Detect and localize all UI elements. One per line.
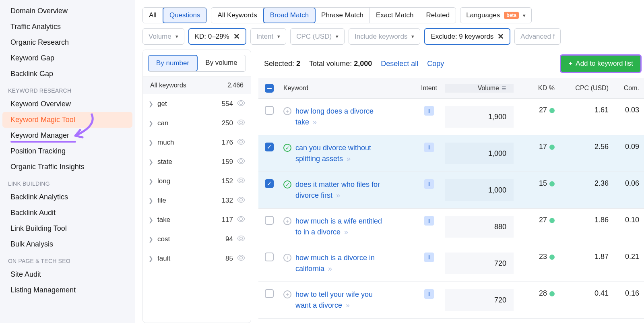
eye-icon[interactable]: [237, 100, 245, 106]
row-checkbox[interactable]: [265, 253, 274, 261]
keyword-link[interactable]: how much is a divorce in california »: [295, 253, 384, 274]
sidebar-item[interactable]: Keyword Magic Tool: [2, 112, 132, 128]
filter-chip[interactable]: Broad Match: [263, 7, 316, 23]
close-icon[interactable]: ✕: [233, 32, 240, 41]
filter-chip[interactable]: Related: [420, 8, 456, 23]
filter-languages[interactable]: Languages beta ▾: [460, 7, 532, 23]
sidebar-item[interactable]: Site Audit: [2, 267, 132, 282]
keyword-link[interactable]: can you divorce without splitting assets…: [295, 143, 384, 164]
keyword-link[interactable]: how to tell your wife you want a divorce…: [295, 289, 384, 311]
plus-circle-icon[interactable]: +: [283, 290, 291, 298]
chevron-right-icon: ❯: [149, 139, 153, 146]
filter-chip[interactable]: All Keywords: [211, 8, 263, 23]
group-item[interactable]: ❯can250: [143, 114, 251, 133]
copy-button[interactable]: Copy: [427, 60, 444, 68]
group-item[interactable]: ❯long152: [143, 172, 251, 191]
toggle-by-number[interactable]: By number: [148, 55, 198, 72]
filter-chip[interactable]: Volume▾: [142, 28, 184, 45]
select-all-checkbox[interactable]: [265, 84, 274, 93]
total-volume: Total volume: 2,000: [309, 60, 372, 68]
row-checkbox[interactable]: ✓: [265, 179, 274, 188]
eye-icon[interactable]: [237, 236, 245, 241]
keyword-link[interactable]: how much is a wife entitled to in a divo…: [295, 216, 384, 238]
filter-chip[interactable]: All: [143, 8, 163, 23]
table-row: +how much is a divorce in california »I7…: [258, 245, 644, 282]
col-intent[interactable]: Intent: [413, 85, 445, 92]
sidebar-item[interactable]: Traffic Analytics: [2, 19, 132, 35]
row-checkbox[interactable]: ✓: [265, 143, 274, 151]
deselect-all-button[interactable]: Deselect all: [381, 60, 418, 68]
group-item[interactable]: ❯take117: [143, 210, 251, 230]
chevron-right-icon: ❯: [149, 101, 153, 107]
volume-cell: 880: [445, 216, 514, 238]
plus-circle-icon[interactable]: +: [283, 107, 291, 115]
group-item[interactable]: ❯cost94: [143, 230, 251, 249]
results-header: Selected: 2 Total volume: 2,000 Deselect…: [258, 50, 644, 78]
row-checkbox[interactable]: [265, 216, 274, 225]
keyword-link[interactable]: does it matter who files for divorce fir…: [295, 179, 384, 201]
chevron-right-icon: ❯: [149, 236, 153, 242]
filter-chip[interactable]: Phrase Match: [315, 8, 370, 23]
check-circle-icon[interactable]: ✓: [283, 180, 291, 188]
col-cpc[interactable]: CPC (USD): [562, 85, 614, 92]
chevron-right-icon: ❯: [149, 120, 153, 126]
row-checkbox[interactable]: [265, 106, 274, 115]
filter-chip[interactable]: Advanced f: [514, 28, 561, 45]
table-row: ✓✓can you divorce without splitting asse…: [258, 135, 644, 172]
filter-chip[interactable]: Exclude: 9 keywords✕: [424, 28, 510, 45]
sidebar-item[interactable]: Organic Traffic Insights: [2, 159, 132, 175]
eye-icon[interactable]: [237, 216, 245, 222]
filter-chip[interactable]: CPC (USD)▾: [290, 28, 345, 45]
filter-chip[interactable]: KD: 0–29%✕: [188, 28, 246, 45]
sidebar-item[interactable]: Keyword Overview: [2, 96, 132, 112]
eye-icon[interactable]: [237, 197, 245, 203]
keyword-link[interactable]: how long does a divorce take »: [295, 106, 384, 128]
filter-chip[interactable]: Intent▾: [250, 28, 287, 45]
eye-icon[interactable]: [237, 139, 245, 145]
sidebar-item[interactable]: Bulk Analysis: [2, 236, 132, 252]
sidebar-item[interactable]: Listing Management: [2, 282, 132, 298]
row-checkbox[interactable]: [265, 289, 274, 298]
sidebar-item[interactable]: Link Building Tool: [2, 221, 132, 236]
add-to-keyword-list-button[interactable]: + Add to keyword list: [560, 54, 642, 73]
plus-circle-icon[interactable]: +: [283, 254, 291, 262]
groups-header-label: All keywords: [150, 82, 186, 89]
eye-icon[interactable]: [237, 178, 245, 183]
filter-chip[interactable]: Exact Match: [370, 8, 420, 23]
group-item[interactable]: ❯file132: [143, 191, 251, 210]
plus-circle-icon[interactable]: +: [283, 217, 291, 225]
sidebar-item[interactable]: Backlink Analytics: [2, 189, 132, 205]
com-cell: 0.06: [614, 179, 644, 188]
filter-chip[interactable]: Questions: [163, 7, 207, 23]
groups-list[interactable]: ❯get554❯can250❯much176❯state159❯long152❯…: [143, 94, 251, 323]
kd-cell: 23: [514, 253, 562, 261]
sidebar-item[interactable]: Domain Overview: [2, 3, 132, 19]
sidebar-item[interactable]: Backlink Gap: [2, 66, 132, 82]
col-keyword[interactable]: Keyword: [281, 85, 413, 92]
group-item[interactable]: ❯state159: [143, 152, 251, 172]
col-kd[interactable]: KD %: [514, 85, 562, 92]
sidebar-item[interactable]: Keyword Manager: [2, 128, 132, 143]
group-item[interactable]: ❯much176: [143, 133, 251, 152]
sidebar-item[interactable]: Position Tracking: [2, 143, 132, 159]
cpc-cell: 0.41: [562, 289, 614, 298]
filter-group-questions: AllQuestions: [142, 7, 207, 23]
eye-icon[interactable]: [237, 255, 245, 261]
group-item[interactable]: ❯get554: [143, 94, 251, 114]
sidebar-item[interactable]: Organic Research: [2, 35, 132, 50]
close-icon[interactable]: ✕: [497, 32, 504, 41]
filter-chip[interactable]: Include keywords▾: [349, 28, 420, 45]
cpc-cell: 1.61: [562, 106, 614, 114]
eye-icon[interactable]: [237, 120, 245, 125]
col-com[interactable]: Com.: [614, 85, 644, 92]
toggle-by-volume[interactable]: By volume: [197, 55, 246, 71]
chevron-down-icon: ▾: [277, 33, 280, 39]
eye-icon[interactable]: [237, 158, 245, 164]
group-item[interactable]: ❯fault85: [143, 249, 251, 268]
sidebar-item[interactable]: Backlink Audit: [2, 205, 132, 221]
groups-toggle: By number By volume: [148, 55, 246, 72]
col-volume[interactable]: Volume ☰: [445, 84, 514, 93]
com-cell: 0.09: [614, 143, 644, 151]
sidebar-item[interactable]: Keyword Gap: [2, 50, 132, 66]
check-circle-icon[interactable]: ✓: [283, 144, 291, 152]
